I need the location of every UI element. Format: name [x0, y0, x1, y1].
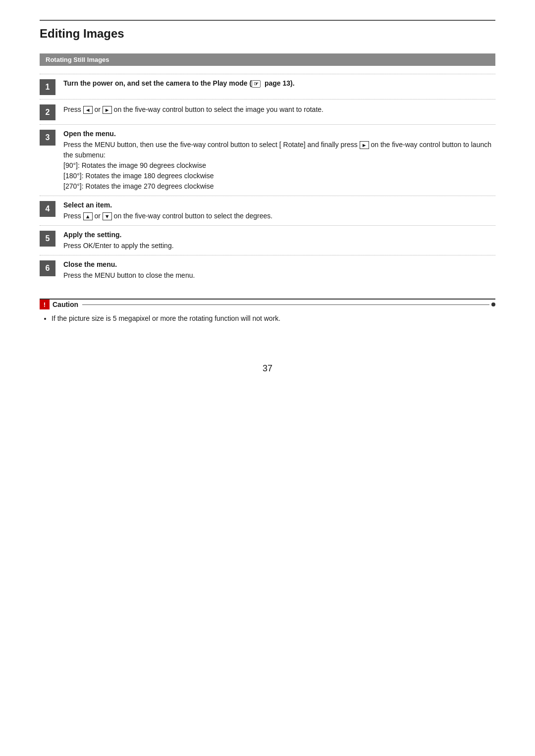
step-5-title: Apply the setting.	[63, 231, 495, 239]
step-number-6: 6	[40, 260, 55, 276]
caution-label: Caution	[53, 301, 78, 308]
caution-line	[82, 304, 489, 305]
step-5: 5 Apply the setting. Press OK/Enter to a…	[40, 225, 495, 255]
page-number: 37	[40, 363, 495, 374]
up-arrow-icon: ▲	[83, 212, 93, 220]
caution-dot	[491, 302, 495, 306]
caution-section: ! Caution If the picture size is 5 megap…	[40, 299, 495, 324]
step-1-content: Turn the power on, and set the camera to…	[63, 78, 495, 90]
left-arrow-icon: ◄	[83, 106, 93, 114]
step-5-text: Press OK/Enter to apply the setting.	[63, 241, 495, 251]
caution-item-1: If the picture size is 5 megapixel or mo…	[52, 313, 495, 324]
step-number-5: 5	[40, 231, 55, 247]
caution-header: ! Caution	[40, 300, 495, 309]
right-arrow-icon-2: ►	[360, 141, 369, 149]
step-number-4: 4	[40, 201, 55, 217]
down-arrow-icon: ▼	[103, 212, 112, 220]
step-2: 2 Press ◄ or ► on the five-way control b…	[40, 99, 495, 124]
step-6-content: Close the menu. Press the MENU button to…	[63, 259, 495, 281]
step-3-content: Open the menu. Press the MENU button, th…	[63, 129, 495, 192]
step-number-3: 3	[40, 130, 55, 146]
step-3-text: Press the MENU button, then use the five…	[63, 140, 495, 192]
step-4-title: Select an item.	[63, 201, 495, 209]
section-header: Rotating Still Images	[40, 53, 495, 66]
step-4-text: Press ▲ or ▼ on the five-way control but…	[63, 211, 495, 221]
step-2-text: Press ◄ or ► on the five-way control but…	[63, 104, 495, 115]
step-6: 6 Close the menu. Press the MENU button …	[40, 255, 495, 285]
step-5-content: Apply the setting. Press OK/Enter to app…	[63, 230, 495, 251]
step-6-title: Close the menu.	[63, 260, 495, 268]
step-3: 3 Open the menu. Press the MENU button, …	[40, 124, 495, 196]
page-container: Editing Images Rotating Still Images 1 T…	[40, 20, 495, 374]
right-arrow-icon: ►	[103, 106, 112, 114]
page-title: Editing Images	[40, 20, 495, 45]
step-3-title: Open the menu.	[63, 130, 495, 138]
step-2-content: Press ◄ or ► on the five-way control but…	[63, 103, 495, 115]
step-6-text: Press the MENU button to close the menu.	[63, 270, 495, 281]
step-1: 1 Turn the power on, and set the camera …	[40, 74, 495, 99]
caution-icon: !	[40, 300, 50, 309]
step-4-content: Select an item. Press ▲ or ▼ on the five…	[63, 200, 495, 221]
step-number-2: 2	[40, 104, 55, 120]
step-1-title: Turn the power on, and set the camera to…	[63, 79, 495, 88]
caution-list: If the picture size is 5 megapixel or mo…	[40, 313, 495, 324]
page-ref-icon: ☞	[252, 80, 261, 88]
step-number-1: 1	[40, 79, 55, 95]
step-4: 4 Select an item. Press ▲ or ▼ on the fi…	[40, 196, 495, 225]
